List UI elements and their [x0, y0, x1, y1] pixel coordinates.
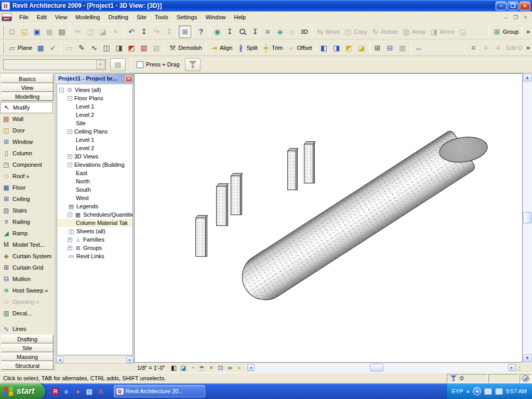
tree-item-level-1[interactable]: Level 1 [57, 102, 132, 111]
menu-settings[interactable]: Settings [172, 12, 202, 22]
menu-window[interactable]: Window [201, 12, 230, 22]
mdi-restore-button[interactable]: ❐ [511, 14, 520, 21]
work-plane-button[interactable]: ▱Plane [6, 42, 34, 54]
mdi-close-button[interactable]: × [521, 14, 530, 21]
align-button[interactable]: ⇥Align [208, 42, 234, 54]
collapse-icon[interactable]: − [68, 212, 72, 217]
worksharing-panel[interactable] [520, 374, 531, 383]
toolbar2-overflow-button[interactable]: » [526, 44, 530, 51]
menu-file[interactable]: File [15, 12, 33, 22]
tree-item-revit-links[interactable]: ▭Revit Links [57, 252, 132, 260]
column-3d-4[interactable] [287, 151, 296, 190]
render-button[interactable]: ☕ [197, 364, 207, 372]
tree-item-level-2[interactable]: Level 2 [57, 111, 132, 119]
edit-group-1-button[interactable]: ≡ [467, 42, 480, 54]
model-graphics-button[interactable]: ◪ [179, 364, 188, 372]
tree-item-views-all[interactable]: −⊙Views (all) [57, 86, 132, 94]
cut-geometry-button[interactable]: ◫ [100, 42, 113, 54]
view-drop-button[interactable]: ↧ [223, 25, 236, 38]
column-3d-2[interactable] [216, 186, 227, 226]
tree-item-column-material-tak[interactable]: Column Material Tak [57, 219, 132, 227]
tool-component[interactable]: ◳Component [0, 159, 55, 170]
menu-site[interactable]: Site [132, 12, 151, 22]
join-geometry-button[interactable]: ◧ [318, 42, 330, 54]
tree-item-east[interactable]: East [57, 169, 132, 177]
tree-item-sheets-all[interactable]: ◫Sheets (all) [57, 227, 132, 235]
shadows-button[interactable]: ◔ [188, 364, 197, 372]
tree-item-level-1[interactable]: Level 1 [57, 136, 132, 144]
tool-decal[interactable]: ▥Decal... [0, 308, 55, 319]
column-3d-3[interactable] [231, 176, 241, 215]
tree-item-south[interactable]: South [57, 185, 132, 194]
tray-chevron[interactable]: » [467, 388, 470, 394]
reveal-hidden-button[interactable]: ● [235, 364, 244, 372]
scroll-right-icon[interactable]: ▸ [508, 364, 515, 371]
tree-item-west[interactable]: West [57, 194, 132, 202]
save-button[interactable]: ▣ [31, 25, 43, 38]
tree-item-ceiling-plans[interactable]: −Ceiling Plans [57, 127, 132, 136]
edit-sketch-button[interactable]: ▨ [138, 42, 150, 54]
horizontal-scroll-track[interactable] [255, 363, 508, 372]
trim-button[interactable]: ╪Trim [260, 42, 285, 54]
menu-tools[interactable]: Tools [151, 12, 172, 22]
tool-stairs[interactable]: ▤Stairs [0, 205, 55, 216]
tree-item-legends[interactable]: ▤Legends [57, 202, 132, 210]
menu-help[interactable]: Help [230, 12, 250, 22]
camera-button[interactable]: ⌂ [286, 25, 299, 38]
tool-window[interactable]: ⊞Window [0, 136, 55, 148]
expand-icon[interactable]: + [68, 237, 72, 242]
tree-item-level-2[interactable]: Level 2 [57, 144, 132, 152]
linework-button[interactable]: ∿ [88, 42, 100, 54]
expand-icon[interactable]: + [68, 154, 72, 159]
print-button[interactable]: ▤ [56, 25, 68, 38]
project-browser-hscrollbar[interactable]: ◂ ▸ [56, 356, 134, 363]
collapse-icon[interactable]: − [68, 163, 72, 167]
tool-lines[interactable]: ∿Lines [0, 323, 55, 335]
mdi-minimize-button[interactable]: – [501, 14, 510, 21]
menu-modelling[interactable]: Modelling [71, 12, 104, 22]
quicklaunch-revit-icon[interactable]: R [51, 387, 60, 395]
design-tab-view[interactable]: View [1, 83, 54, 92]
task-button-revit[interactable]: R Revit Architecture 20... [114, 385, 205, 397]
tool-ramp[interactable]: ◢Ramp [0, 228, 55, 239]
group-button[interactable]: ⊞Group [491, 25, 521, 38]
hide-tray-icons-button[interactable]: ◂ [473, 387, 481, 395]
zoom-button[interactable] [236, 25, 249, 38]
scroll-down-icon[interactable]: ▼ [523, 354, 531, 362]
toolbar-handle[interactable] [2, 42, 4, 54]
tool-host-sweep[interactable]: ≋Host Sweep » [0, 285, 55, 296]
split-button[interactable]: ∦Split [234, 42, 259, 54]
toolbar-handle[interactable] [2, 26, 4, 37]
quicklaunch-internet-explorer-icon[interactable]: e [62, 387, 71, 396]
tree-item-3d-views[interactable]: +3D Views [57, 152, 132, 161]
tool-railing[interactable]: ≡Railing [0, 216, 55, 228]
toolbar1-overflow-button[interactable]: » [526, 28, 530, 35]
expand-icon[interactable]: + [68, 246, 72, 250]
tool-curtain-grid[interactable]: ⊞Curtain Grid [0, 262, 55, 273]
demolish-button[interactable]: ⚒Demolish [166, 42, 204, 54]
filter-panel[interactable]: :0 [447, 374, 487, 383]
crop-visible-button[interactable]: ⊡ [216, 364, 225, 372]
unjoin-geometry-button[interactable]: ◨ [330, 42, 343, 54]
quicklaunch-notes-icon[interactable]: ▤ [85, 387, 94, 396]
tool-modify[interactable]: ↖Modify [0, 102, 53, 113]
tool-wall[interactable]: ▤Wall [0, 113, 55, 125]
tree-item-site[interactable]: Site [57, 119, 132, 127]
scroll-left-icon[interactable]: ◂ [247, 364, 255, 371]
help-mode-button[interactable]: ? [195, 25, 207, 38]
drawing-area[interactable] [134, 73, 523, 363]
paint-button[interactable]: ◩ [125, 42, 138, 54]
tool-model-text[interactable]: MModel Text... [0, 239, 55, 250]
quicklaunch-autocad-icon[interactable]: A [96, 387, 105, 396]
tool-roof[interactable]: ◇Roof » [0, 170, 55, 182]
display-tray-icon[interactable] [495, 388, 503, 395]
design-tab-basics[interactable]: Basics [1, 74, 54, 83]
detail-level-button[interactable]: ◧ [169, 364, 179, 372]
offset-button[interactable]: ⌐Offset [285, 42, 314, 54]
project-browser-titlebar[interactable]: Project1 - Project br... × [56, 74, 134, 83]
horizontal-scroll-thumb[interactable] [370, 364, 383, 371]
undo-drop-button[interactable]: ↧ [138, 25, 150, 38]
vertical-scroll-thumb[interactable] [523, 212, 531, 223]
menu-drafting[interactable]: Drafting [104, 12, 132, 22]
design-tab-modelling[interactable]: Modelling [1, 92, 54, 101]
